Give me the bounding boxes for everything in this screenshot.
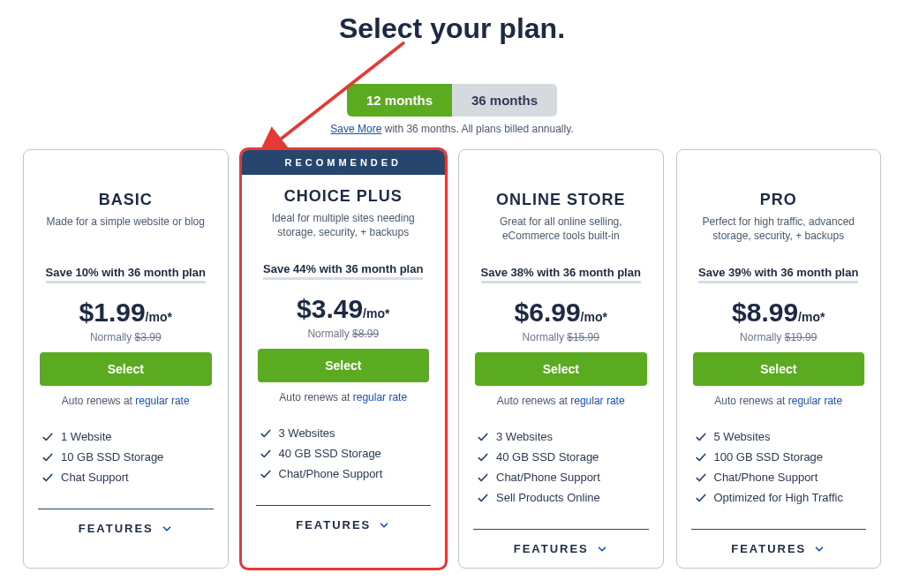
feature-label: 3 Websites xyxy=(496,430,553,443)
plan-name: ONLINE STORE xyxy=(475,191,647,209)
features-toggle[interactable]: FEATURES xyxy=(677,533,881,562)
divider xyxy=(38,509,214,509)
feature-item: 40 GB SSD Storage xyxy=(260,443,428,464)
feature-item: Chat/Phone Support xyxy=(260,464,428,484)
plan-card-pro: PROPerfect for high traffic, advanced st… xyxy=(676,149,882,569)
feature-item: Optimized for High Traffic xyxy=(695,487,863,508)
divider xyxy=(256,505,432,506)
feature-label: 5 Websites xyxy=(714,430,771,443)
plan-description: Perfect for high traffic, advanced stora… xyxy=(693,215,865,243)
plan-description: Made for a simple website or blog xyxy=(40,215,212,243)
save-line: Save 39% with 36 month plan xyxy=(698,266,858,283)
check-icon xyxy=(477,431,489,443)
price-amount: $6.99 xyxy=(515,298,581,327)
regular-rate-link[interactable]: regular rate xyxy=(135,395,189,407)
check-icon xyxy=(41,451,54,464)
term-option-36[interactable]: 36 months xyxy=(452,84,557,117)
price: $1.99/mo* xyxy=(40,298,212,328)
feature-item: 3 Websites xyxy=(260,423,428,443)
check-icon xyxy=(477,451,489,464)
normally-price: $15.99 xyxy=(567,331,599,343)
renew-line: Auto renews at regular rate xyxy=(475,395,647,407)
normally-price: $19.99 xyxy=(785,331,817,343)
feature-label: Sell Products Online xyxy=(496,491,600,504)
divider xyxy=(691,529,867,530)
save-more-link[interactable]: Save More xyxy=(330,123,381,135)
select-button[interactable]: Select xyxy=(258,349,430,382)
select-button[interactable]: Select xyxy=(40,352,212,386)
regular-rate-link[interactable]: regular rate xyxy=(570,395,624,407)
feature-label: 40 GB SSD Storage xyxy=(279,447,381,460)
features-toggle-label: FEATURES xyxy=(79,522,154,535)
toggle-note-rest: with 36 months. All plans billed annuall… xyxy=(381,123,573,135)
save-line: Save 10% with 36 month plan xyxy=(46,266,206,283)
check-icon xyxy=(41,431,54,443)
page-title: Select your plan. xyxy=(0,12,904,45)
feature-item: Chat/Phone Support xyxy=(695,467,863,487)
features-toggle-label: FEATURES xyxy=(296,518,371,531)
feature-item: 10 GB SSD Storage xyxy=(41,447,210,467)
term-toggle: 12 months 36 months xyxy=(347,84,557,117)
toggle-note: Save More with 36 months. All plans bill… xyxy=(0,123,904,135)
recommended-badge: RECOMMENDED xyxy=(242,150,446,175)
feature-item: Chat/Phone Support xyxy=(477,467,645,487)
features-list: 3 Websites40 GB SSD StorageChat/Phone Su… xyxy=(475,426,647,508)
price-amount: $3.49 xyxy=(297,294,363,323)
price-suffix: /mo* xyxy=(798,310,825,324)
divider xyxy=(473,529,649,530)
chevron-down-icon xyxy=(161,523,173,535)
feature-item: Chat Support xyxy=(41,467,210,487)
plan-name: CHOICE PLUS xyxy=(258,187,430,206)
features-toggle-label: FEATURES xyxy=(514,542,589,555)
check-icon xyxy=(695,451,707,464)
check-icon xyxy=(41,471,54,484)
check-icon xyxy=(260,427,272,440)
check-icon xyxy=(260,448,272,460)
features-toggle[interactable]: FEATURES xyxy=(24,513,228,542)
check-icon xyxy=(695,492,707,504)
feature-item: 5 Websites xyxy=(695,426,863,447)
feature-item: 1 Website xyxy=(41,426,210,447)
chevron-down-icon xyxy=(596,543,608,555)
select-button[interactable]: Select xyxy=(475,352,647,386)
check-icon xyxy=(477,492,489,504)
price: $3.49/mo* xyxy=(258,294,430,324)
normally-line: Normally $19.99 xyxy=(693,331,865,343)
feature-label: Chat/Phone Support xyxy=(496,471,600,484)
price-suffix: /mo* xyxy=(146,310,172,324)
feature-item: Sell Products Online xyxy=(477,487,645,508)
normally-line: Normally $8.99 xyxy=(258,328,430,340)
select-button[interactable]: Select xyxy=(693,352,865,386)
features-list: 1 Website10 GB SSD StorageChat Support xyxy=(40,426,212,487)
check-icon xyxy=(477,471,489,484)
feature-label: Chat Support xyxy=(61,471,129,484)
plan-description: Great for all online selling, eCommerce … xyxy=(475,215,647,243)
plan-description: Ideal for multiple sites needing storage… xyxy=(258,211,430,239)
normally-price: $3.99 xyxy=(135,331,162,343)
renew-line: Auto renews at regular rate xyxy=(40,395,212,407)
check-icon xyxy=(695,471,707,484)
plan-card-online-store: ONLINE STOREGreat for all online selling… xyxy=(458,149,664,569)
feature-label: 1 Website xyxy=(61,430,112,443)
chevron-down-icon xyxy=(378,519,390,531)
features-list: 5 Websites100 GB SSD StorageChat/Phone S… xyxy=(693,426,865,508)
feature-label: 10 GB SSD Storage xyxy=(61,450,163,464)
plan-card-choice-plus: RECOMMENDEDCHOICE PLUSIdeal for multiple… xyxy=(241,149,447,569)
save-line: Save 38% with 36 month plan xyxy=(481,266,641,283)
price-suffix: /mo* xyxy=(363,306,389,320)
feature-item: 40 GB SSD Storage xyxy=(477,447,645,467)
price-suffix: /mo* xyxy=(581,310,607,324)
feature-label: Chat/Phone Support xyxy=(279,467,383,480)
check-icon xyxy=(695,431,707,443)
feature-label: 3 Websites xyxy=(279,426,335,440)
chevron-down-icon xyxy=(813,543,825,555)
regular-rate-link[interactable]: regular rate xyxy=(788,395,842,407)
features-toggle[interactable]: FEATURES xyxy=(242,509,446,539)
term-option-12[interactable]: 12 months xyxy=(347,84,452,117)
regular-rate-link[interactable]: regular rate xyxy=(353,391,407,403)
feature-label: Optimized for High Traffic xyxy=(714,491,843,504)
feature-item: 100 GB SSD Storage xyxy=(695,447,863,467)
features-toggle[interactable]: FEATURES xyxy=(459,533,663,562)
features-list: 3 Websites40 GB SSD StorageChat/Phone Su… xyxy=(258,423,430,484)
normally-line: Normally $3.99 xyxy=(40,331,212,343)
